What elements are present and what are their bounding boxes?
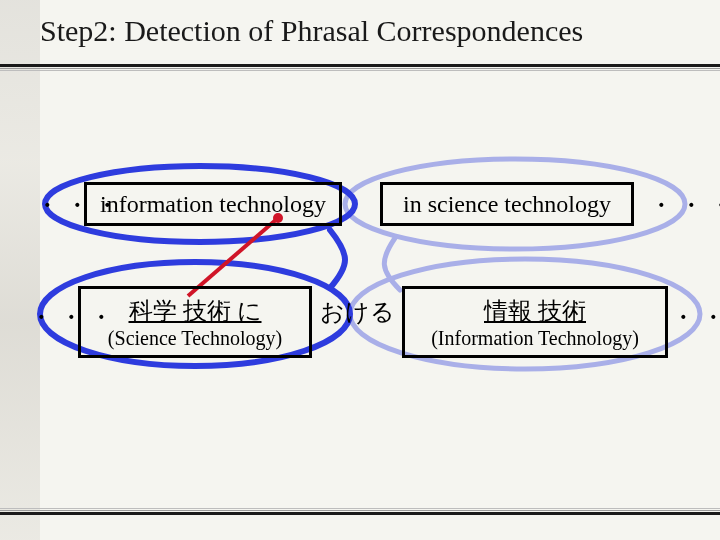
jp-box-information-technology: 情報 技術 (Information Technology)	[402, 286, 668, 358]
jp-box2-sub: (Information Technology)	[431, 327, 639, 350]
jp-connector-okeru: おける	[320, 296, 395, 328]
svg-line-5	[188, 218, 278, 296]
link-overlay	[0, 0, 720, 540]
en-box1-text: information technology	[100, 191, 326, 218]
en-trailing-ellipsis: ・・・	[648, 188, 720, 223]
en-box2-text: in science technology	[403, 191, 611, 218]
jp-trailing-ellipsis: ・・・	[670, 300, 720, 335]
jp-box1-sub: (Science Technology)	[108, 327, 282, 350]
jp-box-science-technology: 科学 技術 に (Science Technology)	[78, 286, 312, 358]
diagram-canvas: ・・・ information technology in science te…	[0, 0, 720, 540]
footer-divider	[0, 508, 720, 518]
jp-box1-main: 科学 技術 に	[129, 295, 262, 327]
en-box-in-science-technology: in science technology	[380, 182, 634, 226]
jp-box2-main: 情報 技術	[484, 295, 586, 327]
en-box-information-technology: information technology	[84, 182, 342, 226]
